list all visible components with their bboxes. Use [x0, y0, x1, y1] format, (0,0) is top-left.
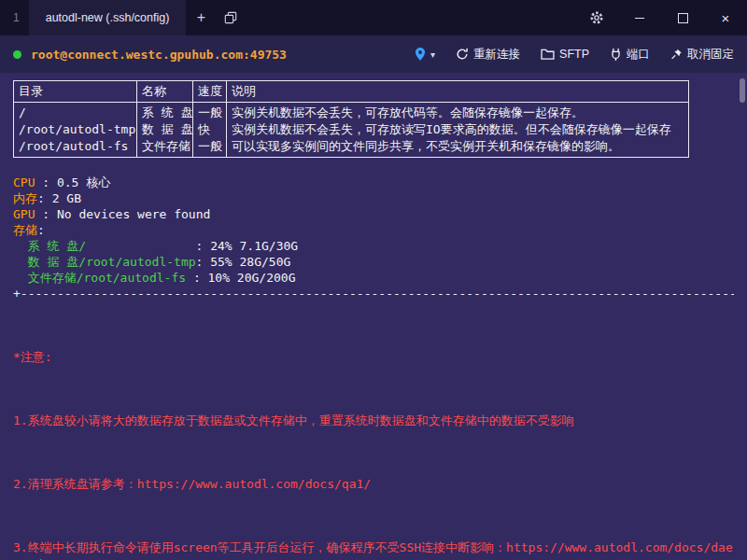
ports-label: 端口 — [627, 47, 650, 63]
connection-toolbar: root@connect.westc.gpuhub.com:49753 ▾ 重新… — [0, 35, 747, 73]
sysinfo-label: CPU — [13, 175, 42, 189]
col-header-name: 名称 — [137, 81, 193, 103]
location-pin-icon — [415, 48, 426, 61]
ports-button[interactable]: 端口 — [610, 47, 650, 63]
storage-usage-line: 文件存储/root/autodl-fs : 10% 20G/200G — [13, 270, 734, 286]
connected-status-dot — [13, 50, 21, 59]
toolbar-actions: ▾ 重新连接 SFTP 端口 — [415, 47, 734, 63]
tab-title: autodl-new (.ssh/config) — [46, 11, 170, 24]
storage-path: 系 统 盘/ — [13, 239, 196, 253]
desc-line: 实例关机数据不会丢失，可存放代码等。会随保存镜像一起保存。 — [232, 105, 684, 121]
sysinfo-line: 存储: — [13, 222, 734, 238]
pushpin-icon — [670, 48, 683, 61]
sftp-button[interactable]: SFTP — [541, 48, 589, 61]
storage-usage-line: 系 统 盘/ : 24% 7.1G/30G — [13, 238, 734, 254]
sysinfo-line: 内存: 2 GB — [13, 190, 734, 206]
notice-line: 2.清理系统盘请参考：https://www.autodl.com/docs/q… — [13, 476, 734, 492]
cell-names: 系 统 盘数 据 盘文件存储 — [137, 103, 193, 158]
maximize-button[interactable] — [661, 0, 704, 35]
sysinfo-value: : No devices were found — [42, 207, 210, 221]
cell-descriptions: 实例关机数据不会丢失，可存放代码等。会随保存镜像一起保存。实例关机数据不会丢失，… — [227, 103, 689, 158]
plug-icon — [610, 48, 622, 61]
terminal-output[interactable]: 目录 名称 速度 说明 //root/autodl-tmp/root/autod… — [0, 73, 747, 560]
separator-line: +---------------------------------------… — [13, 286, 734, 301]
scrollbar[interactable] — [740, 78, 745, 554]
minimize-icon — [635, 18, 644, 19]
sysinfo-value: : 0.5 核心 — [42, 175, 110, 189]
system-info-block: CPU : 0.5 核心 内存: 2 GB GPU : No devices w… — [13, 175, 734, 238]
refresh-icon — [456, 48, 469, 61]
reconnect-button[interactable]: 重新连接 — [456, 47, 520, 63]
speed-line: 一般 — [198, 105, 221, 121]
notice-block: *注意: 1.系统盘较小请将大的数据存放于数据盘或文件存储中，重置系统时数据盘和… — [13, 301, 734, 560]
col-header-speed: 速度 — [193, 81, 227, 103]
col-header-desc: 说明 — [227, 81, 689, 103]
titlebar-spacer — [246, 0, 575, 35]
reconnect-label: 重新连接 — [473, 47, 520, 63]
unpin-button[interactable]: 取消固定 — [670, 47, 734, 63]
minimize-button[interactable] — [618, 0, 661, 35]
sysinfo-label: 存储 — [13, 223, 37, 237]
notice-line: *注意: — [13, 349, 734, 365]
table-body-row: //root/autodl-tmp/root/autodl-fs 系 统 盘数 … — [14, 103, 689, 158]
notice-line: 3.终端中长期执行命令请使用screen等工具开后台运行，确保程序不受SSH连接… — [13, 539, 734, 560]
sysinfo-value: : 2 GB — [37, 191, 81, 205]
sysinfo-value: : — [37, 223, 45, 237]
storage-table: 目录 名称 速度 说明 //root/autodl-tmp/root/autod… — [13, 80, 689, 158]
notice-line: 1.系统盘较小请将大的数据存放于数据盘或文件存储中，重置系统时数据盘和文件存储中… — [13, 413, 734, 428]
name-line: 数 据 盘 — [142, 121, 188, 138]
gear-icon — [589, 10, 604, 25]
sysinfo-line: GPU : No devices were found — [13, 206, 734, 222]
duplicate-tab-icon[interactable] — [216, 0, 246, 35]
dir-line: / — [19, 105, 132, 121]
tab-autodl[interactable]: autodl-new (.ssh/config) — [29, 0, 187, 35]
name-line: 文件存储 — [142, 138, 188, 155]
speed-line: 一般 — [198, 138, 221, 155]
storage-usage-value: : 55% 28G/50G — [196, 255, 291, 269]
desc-line: 可以实现多实例间的文件同步共享，不受实例开关机和保存镜像的影响。 — [232, 138, 684, 155]
storage-path: 数 据 盘/root/autodl-tmp — [13, 255, 196, 269]
scrollbar-thumb[interactable] — [740, 78, 745, 103]
close-button[interactable]: × — [704, 0, 747, 35]
new-tab-button[interactable]: + — [186, 0, 216, 35]
app-window: 1 autodl-new (.ssh/config) + × root@conn… — [0, 0, 747, 560]
storage-path: 文件存储/root/autodl-fs — [13, 271, 193, 285]
sysinfo-label: GPU — [13, 207, 42, 221]
folder-icon — [541, 49, 555, 60]
speed-line: 快 — [198, 121, 221, 138]
settings-gear-icon[interactable] — [575, 0, 618, 35]
dir-line: /root/autodl-tmp — [19, 121, 132, 138]
tab-index: 1 — [13, 11, 20, 24]
dir-line: /root/autodl-fs — [19, 138, 132, 155]
cell-directories: //root/autodl-tmp/root/autodl-fs — [14, 103, 137, 158]
storage-usage-line: 数 据 盘/root/autodl-tmp: 55% 28G/50G — [13, 254, 734, 270]
maximize-icon — [678, 13, 688, 23]
storage-usage-value: : 10% 20G/200G — [193, 271, 296, 285]
sysinfo-line: CPU : 0.5 核心 — [13, 175, 734, 190]
connection-host: root@connect.westc.gpuhub.com:49753 — [31, 48, 287, 62]
copy-pages-icon — [224, 11, 237, 24]
col-header-dir: 目录 — [14, 81, 137, 103]
unpin-label: 取消固定 — [687, 47, 734, 63]
name-line: 系 统 盘 — [142, 105, 188, 121]
storage-usage-value: : 24% 7.1G/30G — [196, 239, 299, 253]
storage-usage-block: 系 统 盘/ : 24% 7.1G/30G 数 据 盘/root/autodl-… — [13, 238, 734, 286]
sftp-label: SFTP — [559, 48, 589, 61]
desc-line: 实例关机数据不会丢失，可存放读写IO要求高的数据。但不会随保存镜像一起保存 — [232, 121, 684, 138]
titlebar: 1 autodl-new (.ssh/config) + × — [0, 0, 747, 35]
chevron-down-icon: ▾ — [430, 49, 435, 60]
cell-speeds: 一般快一般 — [193, 103, 227, 158]
sysinfo-label: 内存 — [13, 191, 37, 205]
table-header-row: 目录 名称 速度 说明 — [14, 81, 689, 103]
location-pin-dropdown[interactable]: ▾ — [415, 48, 435, 61]
